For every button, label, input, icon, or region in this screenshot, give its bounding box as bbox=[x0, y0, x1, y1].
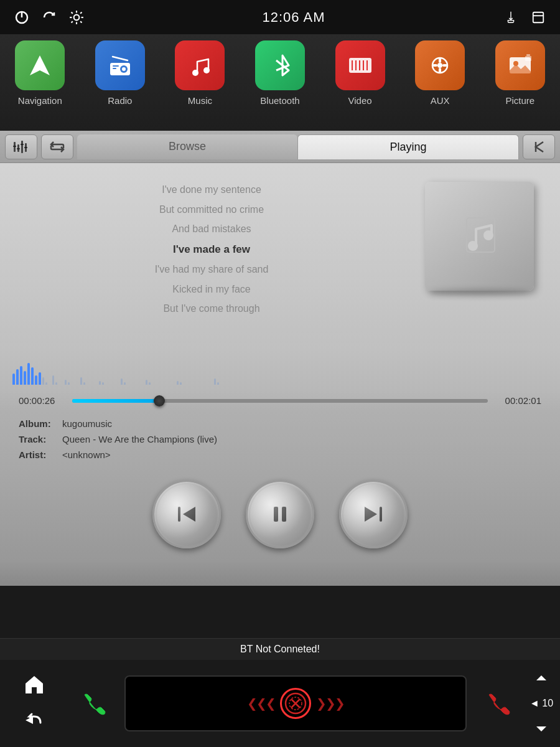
wave-bar bbox=[102, 382, 104, 385]
wave-bar bbox=[83, 382, 85, 385]
bt-status-bar: BT Not Conneted! bbox=[0, 638, 560, 660]
bottom-phone-answer bbox=[68, 687, 118, 721]
svg-rect-23 bbox=[355, 60, 357, 70]
wave-bar bbox=[12, 374, 15, 385]
home-button[interactable] bbox=[17, 670, 52, 698]
tab-browse[interactable]: Browse bbox=[77, 134, 297, 159]
wave-bar bbox=[31, 367, 34, 385]
app-video[interactable]: Video bbox=[320, 40, 400, 106]
artist-label: Artist: bbox=[19, 449, 62, 460]
svg-rect-29 bbox=[439, 68, 441, 73]
tab-playing[interactable]: Playing bbox=[297, 134, 519, 159]
power-icon[interactable] bbox=[12, 8, 31, 27]
wave-bar bbox=[180, 382, 182, 385]
app-radio[interactable]: Radio bbox=[80, 40, 161, 106]
next-button[interactable] bbox=[339, 480, 408, 548]
wave-bar bbox=[214, 378, 216, 385]
bottom-controls: ❮❮❮ ❯❯❯ bbox=[0, 660, 560, 747]
media-right-arrows: ❯❯❯ bbox=[316, 696, 344, 711]
svg-point-19 bbox=[192, 70, 198, 76]
app-music[interactable]: Music bbox=[160, 40, 240, 106]
end-call-button[interactable] bbox=[481, 687, 515, 721]
navigation-label: Navigation bbox=[18, 95, 62, 106]
artist-value: <unknown> bbox=[62, 449, 111, 460]
bottom-phone-end bbox=[473, 687, 523, 721]
prev-button[interactable] bbox=[152, 480, 221, 548]
progress-area: 00:00:26 00:02:01 bbox=[0, 390, 560, 411]
picture-icon bbox=[495, 40, 545, 90]
repeat-button[interactable] bbox=[41, 134, 73, 159]
track-info: Album: kugoumusic Track: Queen - We Are … bbox=[0, 411, 560, 467]
equalizer-button[interactable] bbox=[5, 134, 37, 159]
progress-track[interactable] bbox=[72, 399, 488, 403]
svg-rect-18 bbox=[113, 68, 116, 69]
back-button[interactable] bbox=[523, 134, 555, 159]
svg-rect-39 bbox=[21, 141, 23, 153]
svg-rect-24 bbox=[359, 60, 360, 70]
svg-rect-25 bbox=[363, 60, 364, 70]
tabs-center: Browse Playing bbox=[77, 134, 519, 159]
svg-rect-35 bbox=[525, 56, 531, 61]
svg-rect-17 bbox=[113, 65, 119, 67]
progress-fill bbox=[72, 399, 159, 403]
svg-rect-50 bbox=[274, 507, 278, 522]
svg-rect-32 bbox=[442, 64, 447, 67]
album-art bbox=[425, 182, 534, 291]
refresh-icon[interactable] bbox=[40, 8, 58, 27]
wave-bar bbox=[149, 382, 151, 385]
volume-down-button[interactable] bbox=[529, 714, 554, 739]
aux-label: AUX bbox=[431, 95, 450, 106]
svg-rect-28 bbox=[439, 58, 441, 63]
time-total: 00:02:01 bbox=[498, 395, 541, 406]
pause-button[interactable] bbox=[246, 480, 314, 548]
lyric-line-1: I've done my sentence bbox=[12, 182, 411, 198]
media-left-arrows: ❮❮❮ bbox=[247, 696, 275, 711]
app-picture[interactable]: Picture bbox=[480, 40, 560, 106]
status-time: 12:06 AM bbox=[263, 9, 325, 26]
svg-rect-42 bbox=[17, 148, 20, 149]
svg-rect-26 bbox=[366, 60, 368, 70]
picture-label: Picture bbox=[505, 95, 534, 106]
time-current: 00:00:26 bbox=[19, 395, 62, 406]
playback-controls bbox=[0, 467, 560, 561]
wave-bar bbox=[42, 377, 44, 385]
media-cancel-button[interactable] bbox=[280, 688, 311, 719]
svg-marker-49 bbox=[183, 507, 195, 522]
wave-bar bbox=[52, 375, 54, 385]
lyric-line-3: And bad mistakes bbox=[12, 221, 411, 237]
svg-point-20 bbox=[203, 67, 210, 73]
svg-point-46 bbox=[468, 241, 478, 251]
progress-thumb[interactable] bbox=[154, 395, 165, 406]
answer-call-button[interactable] bbox=[77, 687, 111, 721]
back-nav-button[interactable] bbox=[17, 708, 52, 736]
volume-up-button[interactable] bbox=[529, 668, 554, 693]
lyric-line-4-active: I've made a few bbox=[12, 241, 411, 258]
app-navigation[interactable]: Navigation bbox=[0, 40, 80, 106]
brightness-icon[interactable] bbox=[67, 8, 86, 27]
svg-rect-22 bbox=[352, 60, 353, 70]
bottom-volume-controls: ◄ 10 bbox=[523, 668, 560, 739]
svg-point-2 bbox=[74, 14, 80, 20]
wave-bar bbox=[80, 377, 82, 385]
video-icon bbox=[335, 40, 385, 90]
svg-marker-60 bbox=[536, 726, 546, 731]
svg-line-9 bbox=[72, 21, 73, 22]
svg-rect-41 bbox=[13, 146, 16, 147]
wave-bar bbox=[65, 380, 67, 385]
waveform bbox=[12, 356, 548, 387]
media-controls-inner: ❮❮❮ ❯❯❯ bbox=[247, 688, 344, 719]
usb-icon bbox=[502, 8, 520, 27]
svg-line-10 bbox=[80, 12, 82, 13]
navigation-icon bbox=[15, 40, 65, 90]
bt-status-text: BT Not Conneted! bbox=[240, 644, 320, 655]
svg-rect-51 bbox=[282, 507, 286, 522]
wave-bar bbox=[99, 381, 101, 385]
album-label: Album: bbox=[19, 418, 62, 429]
bottom-left-nav bbox=[0, 670, 68, 736]
app-aux[interactable]: AUX bbox=[400, 40, 480, 106]
player-area: Browse Playing I've done my sentence But… bbox=[0, 131, 560, 586]
window-icon[interactable] bbox=[529, 8, 548, 27]
music-label: Music bbox=[188, 95, 212, 106]
svg-line-7 bbox=[72, 12, 73, 13]
app-bluetooth[interactable]: Bluetooth bbox=[240, 40, 320, 106]
